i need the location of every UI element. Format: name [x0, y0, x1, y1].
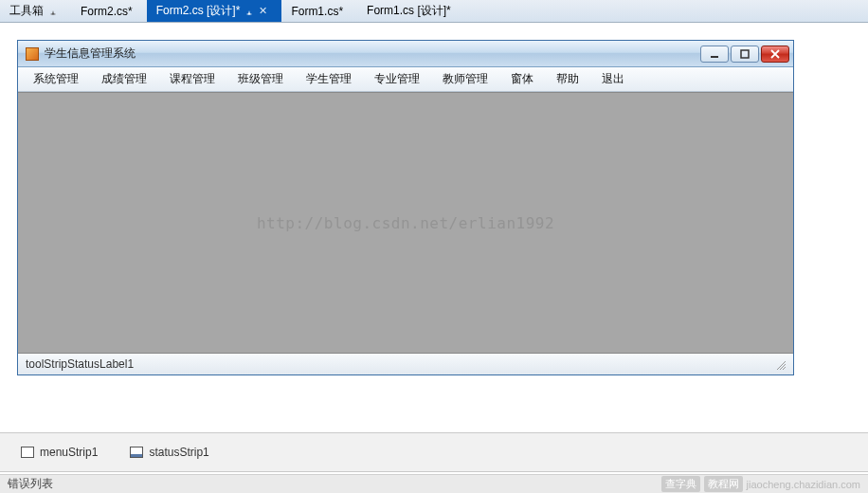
status-strip: toolStripStatusLabel1	[18, 354, 793, 374]
menu-student[interactable]: 学生管理	[295, 68, 363, 90]
menustrip-icon	[21, 447, 34, 458]
error-list-label[interactable]: 错误列表	[8, 476, 53, 492]
designer-surface: 学生信息管理系统 系统管理 成绩管理 课程管理 班级管理 学生管理 专业管理 教…	[0, 23, 868, 431]
tray-item-label: menuStrip1	[40, 446, 98, 459]
svg-rect-1	[741, 50, 749, 58]
menu-system[interactable]: 系统管理	[22, 68, 90, 90]
form-window[interactable]: 学生信息管理系统 系统管理 成绩管理 课程管理 班级管理 学生管理 专业管理 教…	[17, 40, 794, 375]
window-title: 学生信息管理系统	[45, 46, 700, 62]
app-icon	[26, 47, 39, 61]
close-button[interactable]	[761, 46, 789, 63]
tab-label: 工具箱	[9, 3, 44, 19]
tray-item-label: statusStrip1	[149, 446, 208, 459]
tab-label: Form2.cs [设计]*	[156, 3, 241, 19]
tab-form1-cs[interactable]: Form1.cs*	[281, 0, 357, 22]
menu-teacher[interactable]: 教师管理	[431, 68, 499, 90]
component-tray: menuStrip1 statusStrip1	[0, 433, 868, 471]
minimize-button[interactable]	[700, 46, 729, 63]
svg-rect-0	[711, 56, 718, 58]
tab-form2-design[interactable]: Form2.cs [设计]* ✕	[147, 0, 282, 22]
menu-major[interactable]: 专业管理	[363, 68, 431, 90]
tab-label: Form1.cs*	[291, 5, 343, 18]
menu-window[interactable]: 窗体	[499, 68, 545, 90]
menu-class[interactable]: 班级管理	[226, 68, 295, 90]
tab-toolbox[interactable]: 工具箱	[0, 0, 71, 22]
window-buttons	[700, 46, 789, 63]
tab-label: Form2.cs*	[81, 5, 133, 18]
site-url: jiaocheng.chazidian.com	[747, 479, 860, 490]
tray-menustrip[interactable]: menuStrip1	[21, 446, 98, 459]
tab-form1-design[interactable]: Form1.cs [设计]*	[357, 0, 465, 22]
site-name-1: 查字典	[661, 476, 700, 492]
close-icon[interactable]: ✕	[259, 5, 267, 17]
window-titlebar[interactable]: 学生信息管理系统	[18, 41, 793, 67]
site-name-2: 教程网	[704, 476, 743, 492]
status-label: toolStripStatusLabel1	[26, 357, 134, 371]
resize-grip-icon[interactable]	[774, 358, 786, 370]
menu-score[interactable]: 成绩管理	[90, 68, 158, 90]
site-watermark: 查字典 教程网 jiaocheng.chazidian.com	[661, 476, 860, 492]
watermark-text: http://blog.csdn.net/erlian1992	[257, 214, 554, 232]
tab-label: Form1.cs [设计]*	[367, 3, 451, 19]
menu-exit[interactable]: 退出	[590, 68, 636, 90]
menu-strip: 系统管理 成绩管理 课程管理 班级管理 学生管理 专业管理 教师管理 窗体 帮助…	[18, 67, 793, 92]
menu-help[interactable]: 帮助	[545, 68, 590, 90]
pin-icon	[245, 8, 253, 15]
menu-course[interactable]: 课程管理	[158, 68, 226, 90]
tab-form2-cs[interactable]: Form2.cs*	[71, 0, 147, 22]
tray-statusstrip[interactable]: statusStrip1	[130, 446, 208, 459]
pin-icon	[49, 8, 57, 15]
mdi-client-area[interactable]: http://blog.csdn.net/erlian1992	[18, 92, 793, 354]
component-tray-wrap: menuStrip1 statusStrip1	[0, 432, 868, 472]
bottom-bar: 错误列表 查字典 教程网 jiaocheng.chazidian.com	[0, 474, 868, 493]
document-tab-bar: 工具箱 Form2.cs* Form2.cs [设计]* ✕ Form1.cs*…	[0, 0, 868, 23]
maximize-button[interactable]	[731, 46, 759, 63]
statusstrip-icon	[130, 447, 143, 458]
